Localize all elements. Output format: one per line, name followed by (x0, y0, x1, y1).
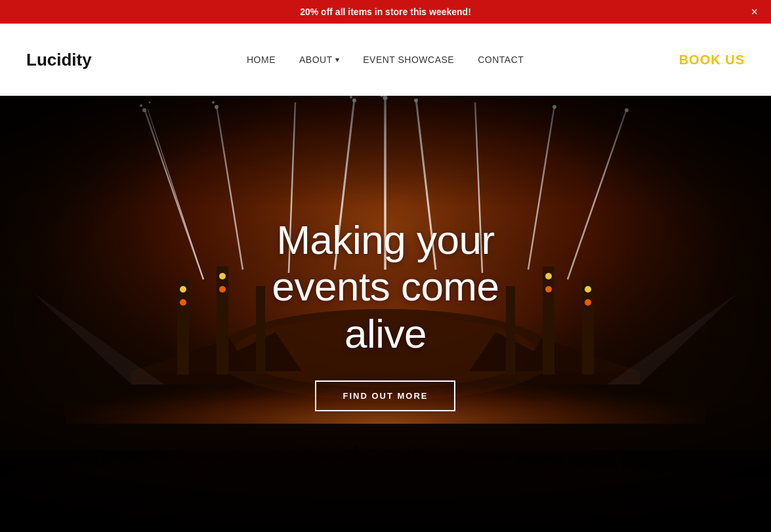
logo[interactable]: Lucidity (26, 50, 92, 70)
nav-item-contact[interactable]: CONTACT (478, 54, 524, 65)
book-us-button[interactable]: BOOK US (679, 52, 745, 68)
nav-item-event-showcase[interactable]: EVENT SHOWCASE (363, 54, 454, 65)
nav-links: HOME ABOUT EVENT SHOWCASE CONTACT (247, 54, 524, 66)
hero-content: Making your events come alive FIND OUT M… (272, 216, 499, 411)
hero-section: Making your events come alive FIND OUT M… (0, 96, 771, 532)
hero-title: Making your events come alive (272, 216, 499, 357)
nav-item-home[interactable]: HOME (247, 54, 276, 65)
announcement-bar: 20% off all items in store this weekend!… (0, 0, 771, 24)
find-out-more-button[interactable]: FIND OUT MORE (315, 380, 455, 411)
announcement-text: 20% off all items in store this weekend! (300, 7, 471, 17)
nav-item-about[interactable]: ABOUT (299, 54, 339, 65)
announcement-close-button[interactable]: × (751, 6, 758, 18)
navbar: Lucidity HOME ABOUT EVENT SHOWCASE CONTA… (0, 24, 771, 96)
